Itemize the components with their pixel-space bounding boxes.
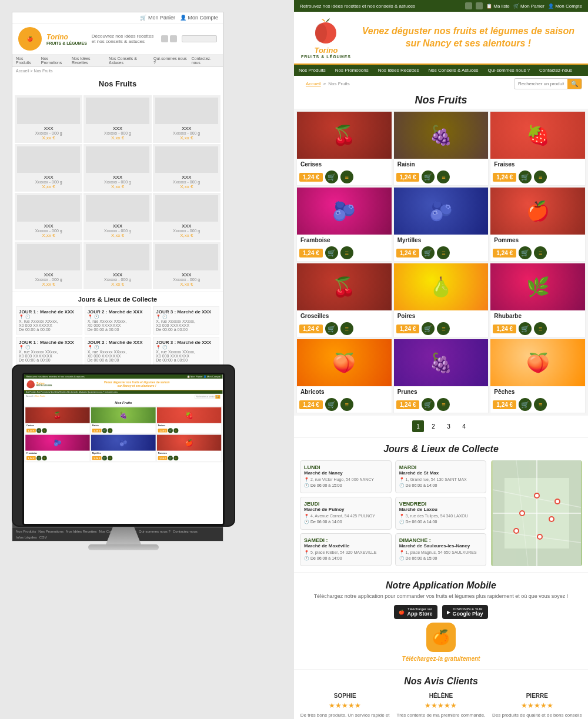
- rp-add-to-list-cerises[interactable]: ≡: [340, 170, 353, 183]
- rp-add-to-cart-pommes[interactable]: 🛒: [519, 246, 532, 259]
- rp-myrtilles-img: 🫐: [394, 188, 489, 235]
- list-item[interactable]: 🍐 Poires 1,24 € 🛒 ≡: [393, 263, 489, 337]
- lp-nav-qui[interactable]: Qui-sommes nous ?: [153, 56, 189, 65]
- lp-product-img: [17, 146, 80, 173]
- rp-add-to-list-abricots[interactable]: ≡: [340, 398, 353, 411]
- list-item[interactable]: 🍎 Pommes 1,24 € 🛒 ≡: [490, 187, 586, 262]
- rp-add-to-cart-framboise[interactable]: 🛒: [325, 246, 338, 259]
- list-item: JOUR 3 : Marché de XXX 📍 🕐 X, rue Xxxxxx…: [153, 306, 219, 335]
- rp-add-to-list-pommes[interactable]: ≡: [534, 246, 547, 259]
- rp-add-to-list-myrtilles[interactable]: ≡: [437, 246, 450, 259]
- rp-breadcrumb-home[interactable]: Accueil: [306, 81, 321, 86]
- rp-facebook-icon[interactable]: [465, 2, 472, 9]
- rp-app-subtitle: Téléchargez notre application pour comma…: [301, 593, 581, 599]
- rp-add-to-cart-poires[interactable]: 🛒: [422, 322, 435, 335]
- list-item: SOPHIE ★★★★★ De très bons produits. Un s…: [300, 693, 390, 719]
- list-item[interactable]: XXX Xxxxxx - 000 g X,xx €: [153, 95, 220, 143]
- list-item[interactable]: 🍇 Raisin 1,24 € 🛒 ≡: [393, 111, 489, 186]
- rp-add-to-list-raisin[interactable]: ≡: [437, 170, 450, 183]
- monitor-logo: [27, 380, 35, 389]
- rp-breadcrumb-sep: »: [323, 81, 326, 86]
- list-item[interactable]: XXX Xxxxxx - 000 g X,xx €: [15, 95, 82, 143]
- rp-add-to-cart-myrtilles[interactable]: 🛒: [422, 246, 435, 259]
- rp-breadcrumb-current: Nos Fruits: [328, 81, 349, 86]
- lp-search-box[interactable]: [182, 35, 217, 42]
- lp-facebook-icon: [161, 35, 168, 42]
- list-item[interactable]: XXX Xxxxxx - 000 g X,xx €: [153, 193, 220, 240]
- list-item[interactable]: XXX Xxxxxx - 000 g X,xx €: [15, 242, 82, 289]
- lp-nav-conseils[interactable]: Nos Conseils & Astuces: [109, 56, 151, 65]
- list-item[interactable]: 🍒 Cerises 1,24 € 🛒 ≡: [296, 111, 392, 186]
- rp-add-to-cart-abricots[interactable]: 🛒: [325, 398, 338, 411]
- rp-collecte-title: Jours & Lieux de Collecte: [300, 444, 582, 454]
- lp-fruits-title: Nos Fruits: [12, 75, 223, 93]
- list-item[interactable]: 🍇 Prunes 1,24 € 🛒 ≡: [393, 339, 489, 413]
- rp-page-1[interactable]: 1: [412, 420, 424, 432]
- rp-add-to-cart-prunes[interactable]: 🛒: [422, 398, 435, 411]
- lp-nav-recettes[interactable]: Nos Idées Recettes: [72, 56, 106, 65]
- lp-social-icons: [161, 35, 177, 42]
- list-item[interactable]: 🍓 Fraises 1,24 € 🛒 ≡: [490, 111, 586, 186]
- list-item[interactable]: XXX Xxxxxx - 000 g X,xx €: [83, 144, 151, 192]
- list-item[interactable]: XXX Xxxxxx - 000 g X,xx €: [83, 95, 151, 143]
- list-item[interactable]: 🌿 Rhubarbe 1,24 € 🛒 ≡: [490, 263, 586, 337]
- list-item[interactable]: XXX Xxxxxx - 000 g X,xx €: [15, 193, 82, 240]
- rp-add-to-cart-rhubarbe[interactable]: 🛒: [519, 322, 532, 335]
- rp-nav-conseils[interactable]: Nos Conseils & Astuces: [424, 65, 483, 76]
- rp-rhubarbe-img: 🌿: [490, 263, 585, 310]
- lp-nav: Nos Produits Nos Promotions Nos Idées Re…: [12, 55, 223, 67]
- rp-nav-recettes[interactable]: Nos Idées Recettes: [373, 65, 424, 76]
- rp-add-to-cart-fraises[interactable]: 🛒: [519, 170, 532, 183]
- rp-add-to-cart-peches[interactable]: 🛒: [519, 398, 532, 411]
- rp-instagram-icon[interactable]: [476, 2, 483, 9]
- rp-mon-panier[interactable]: 🛒 Mon Panier: [513, 4, 544, 9]
- rp-nav-promo[interactable]: Nos Promotions: [330, 65, 373, 76]
- rp-nav-produits[interactable]: Nos Produits: [294, 65, 330, 76]
- rp-add-to-list-prunes[interactable]: ≡: [437, 398, 450, 411]
- rp-add-to-list-peches[interactable]: ≡: [534, 398, 547, 411]
- rp-add-to-list-framboise[interactable]: ≡: [340, 246, 353, 259]
- lp-product-img: [86, 195, 149, 222]
- list-item[interactable]: 🍒 Groseilles 1,24 € 🛒 ≡: [296, 263, 392, 337]
- rp-add-to-cart-cerises[interactable]: 🛒: [325, 170, 338, 183]
- rp-add-to-list-rhubarbe[interactable]: ≡: [534, 322, 547, 335]
- rp-collecte-section: Jours & Lieux de Collecte LUNDI Marché d…: [294, 437, 588, 572]
- lp-nav-promo[interactable]: Nos Promotions: [41, 56, 69, 65]
- rp-search-input[interactable]: [514, 79, 567, 88]
- lp-product-img: [155, 146, 218, 173]
- list-item[interactable]: XXX Xxxxxx - 000 g X,xx €: [153, 144, 220, 192]
- rp-page-3[interactable]: 3: [443, 420, 455, 432]
- rp-add-to-list-groseilles[interactable]: ≡: [340, 322, 353, 335]
- rp-hero-container: Venez déguster nos fruits et légumes de …: [356, 25, 581, 50]
- list-item[interactable]: XXX Xxxxxx - 000 g X,xx €: [15, 144, 82, 192]
- list-item[interactable]: XXX Xxxxxx - 000 g X,xx €: [153, 242, 220, 289]
- rp-mon-compte[interactable]: 👤 Mon Compte: [548, 4, 582, 9]
- lp-nav-produits[interactable]: Nos Produits: [16, 56, 39, 65]
- list-item[interactable]: 🫐 Framboise 1,24 € 🛒 ≡: [296, 187, 392, 262]
- rp-page-2[interactable]: 2: [427, 420, 439, 432]
- rp-add-to-cart-raisin[interactable]: 🛒: [422, 170, 435, 183]
- rp-add-to-cart-groseilles[interactable]: 🛒: [325, 322, 338, 335]
- rp-nav-contact[interactable]: Contactez-nous: [534, 65, 577, 76]
- rp-app-icon: 🍊: [426, 623, 456, 652]
- rp-app-store-name: App Store: [407, 611, 432, 617]
- lp-nav-contact[interactable]: Contactez-nous: [192, 56, 219, 65]
- rp-add-to-list-poires[interactable]: ≡: [437, 322, 450, 335]
- rp-nav-qui[interactable]: Qui-sommes nous ?: [483, 65, 534, 76]
- lp-product-img: [17, 195, 80, 222]
- lp-product-img: [155, 244, 218, 270]
- lp-header: 🍎 Torino FRUITS & LÉGUMES Découvrez nos …: [12, 24, 223, 55]
- list-item[interactable]: 🍑 Pêches 1,24 € 🛒 ≡: [490, 339, 586, 413]
- list-item[interactable]: XXX Xxxxxx - 000 g X,xx €: [83, 242, 151, 289]
- list-item: 🍒 Cerises 1,24 € 🛒 ≡: [25, 407, 90, 433]
- rp-nav: Nos Produits Nos Promotions Nos Idées Re…: [294, 65, 588, 76]
- list-item[interactable]: XXX Xxxxxx - 000 g X,xx €: [83, 193, 151, 240]
- rp-play-store-button[interactable]: ▶ DISPONIBLE SUR Google Play: [442, 605, 488, 619]
- rp-app-store-button[interactable]: 🍎 Télécharger sur App Store: [394, 605, 437, 619]
- list-item[interactable]: 🍑 Abricots 1,24 € 🛒 ≡: [296, 339, 392, 413]
- rp-page-4[interactable]: 4: [458, 420, 470, 432]
- rp-ma-liste[interactable]: 📋 Ma liste: [486, 4, 510, 9]
- rp-search-button[interactable]: 🔍: [567, 79, 582, 89]
- list-item[interactable]: 🫐 Myrtilles 1,24 € 🛒 ≡: [393, 187, 489, 262]
- rp-add-to-list-fraises[interactable]: ≡: [534, 170, 547, 183]
